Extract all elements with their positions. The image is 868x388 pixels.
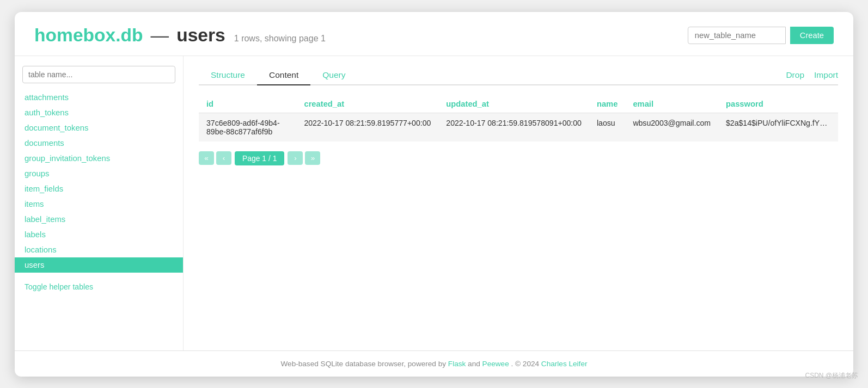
import-action[interactable]: Import [814, 70, 838, 80]
table-meta: 1 rows, showing page 1 [234, 34, 326, 44]
sidebar-item-labels[interactable]: labels [15, 227, 183, 242]
header-title: homebox.db — users 1 rows, showing page … [34, 25, 326, 46]
tab-content[interactable]: Content [257, 66, 310, 85]
sidebar-item-locations[interactable]: locations [15, 242, 183, 257]
cell-created_at: 2022-10-17 08:21:59.8195777+00:00 [296, 113, 438, 141]
tab-query[interactable]: Query [310, 66, 357, 85]
main-area: attachments auth_tokens document_tokens … [15, 56, 853, 350]
table-name: users [176, 25, 225, 46]
sidebar-item-documents[interactable]: documents [15, 136, 183, 151]
toggle-helper-tables[interactable]: Toggle helper tables [15, 282, 183, 291]
col-email: email [625, 95, 718, 113]
sidebar-item-label_items[interactable]: label_items [15, 212, 183, 227]
pagination: « ‹ Page 1 / 1 › » [199, 151, 838, 165]
sidebar-item-attachments[interactable]: attachments [15, 90, 183, 105]
sidebar-item-auth_tokens[interactable]: auth_tokens [15, 105, 183, 120]
app-window: homebox.db — users 1 rows, showing page … [15, 12, 853, 377]
footer-text: Web-based SQLite database browser, power… [281, 360, 448, 368]
drop-action[interactable]: Drop [786, 70, 804, 80]
table-search-input[interactable] [22, 66, 175, 83]
page-label: Page 1 / 1 [235, 151, 284, 165]
data-table: id created_at updated_at name email pass… [199, 95, 838, 141]
content-area: Structure Content Query Drop Import id c… [184, 56, 853, 350]
flask-link[interactable]: Flask [448, 360, 466, 368]
new-table-input[interactable] [688, 27, 786, 44]
prev-page-btn[interactable]: ‹ [216, 151, 231, 165]
tab-structure[interactable]: Structure [199, 66, 257, 85]
col-name: name [589, 95, 625, 113]
table-row: 37c6e809-ad6f-49b4-89be-88c877af6f9b 202… [199, 113, 838, 141]
next-page-btn[interactable]: › [288, 151, 303, 165]
col-created_at: created_at [296, 95, 438, 113]
col-updated_at: updated_at [438, 95, 589, 113]
cell-password: $2a$14$iPU/ofYliFCXNg.fY8PjlujMWxAtJvyfn… [718, 113, 838, 141]
cell-name: laosu [589, 113, 625, 141]
first-page-btn[interactable]: « [199, 151, 214, 165]
tabs-bar: Structure Content Query Drop Import [199, 66, 838, 85]
create-button[interactable]: Create [790, 27, 834, 44]
dash: — [151, 25, 169, 46]
footer: Web-based SQLite database browser, power… [15, 350, 853, 377]
sidebar-item-item_fields[interactable]: item_fields [15, 181, 183, 196]
cell-id: 37c6e809-ad6f-49b4-89be-88c877af6f9b [199, 113, 296, 141]
sidebar: attachments auth_tokens document_tokens … [15, 56, 184, 350]
footer-copy: . © 2024 [511, 360, 541, 368]
tab-actions: Drop Import [786, 70, 838, 80]
sidebar-item-group_invitation_tokens[interactable]: group_invitation_tokens [15, 151, 183, 166]
author-link[interactable]: Charles Leifer [541, 360, 588, 368]
col-id: id [199, 95, 296, 113]
sidebar-item-groups[interactable]: groups [15, 166, 183, 181]
peewee-link[interactable]: Peewee [482, 360, 509, 368]
sidebar-item-items[interactable]: items [15, 196, 183, 212]
sidebar-item-users[interactable]: users [15, 257, 183, 273]
watermark: CSDN @杨浦老苏 [805, 371, 858, 380]
cell-email: wbsu2003@gmail.com [625, 113, 718, 141]
header-actions: Create [688, 27, 834, 44]
data-table-wrapper: id created_at updated_at name email pass… [199, 95, 838, 141]
header: homebox.db — users 1 rows, showing page … [15, 12, 853, 56]
db-name: homebox.db [34, 25, 143, 46]
footer-and: and [468, 360, 482, 368]
last-page-btn[interactable]: » [305, 151, 320, 165]
cell-updated_at: 2022-10-17 08:21:59.819578091+00:00 [438, 113, 589, 141]
sidebar-item-document_tokens[interactable]: document_tokens [15, 120, 183, 136]
col-password: password [718, 95, 838, 113]
